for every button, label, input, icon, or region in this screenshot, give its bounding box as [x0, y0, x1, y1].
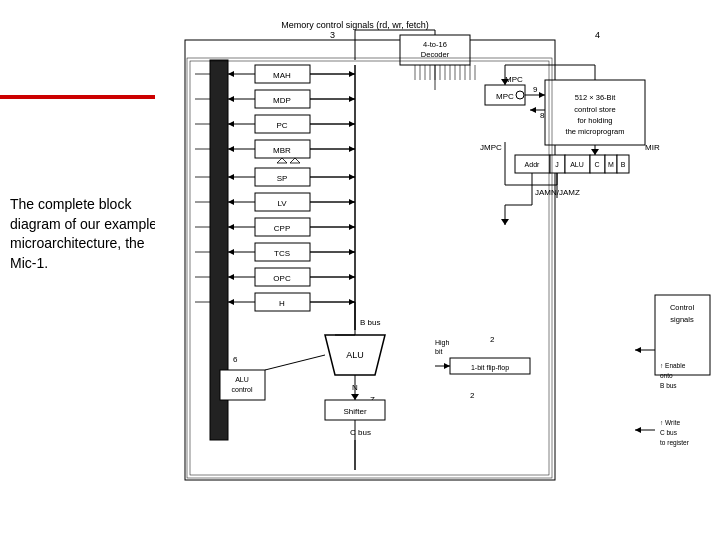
svg-text:H: H	[279, 299, 285, 308]
svg-text:High: High	[435, 339, 450, 347]
svg-text:MIR: MIR	[645, 143, 660, 152]
svg-text:PC: PC	[276, 121, 287, 130]
svg-text:MPC: MPC	[496, 92, 514, 101]
diagram-area: Memory control signals (rd, wr, fetch) 3…	[155, 10, 715, 535]
svg-text:ALU: ALU	[235, 376, 249, 383]
svg-text:JMPC: JMPC	[480, 143, 502, 152]
svg-text:M: M	[608, 161, 614, 168]
svg-text:C: C	[594, 161, 599, 168]
svg-text:8: 8	[540, 111, 545, 120]
svg-text:3: 3	[330, 30, 335, 40]
svg-text:4-to-16: 4-to-16	[423, 40, 447, 49]
svg-text:LV: LV	[277, 199, 287, 208]
svg-text:Shifter: Shifter	[343, 407, 366, 416]
svg-text:J: J	[555, 161, 559, 168]
svg-text:512 × 36-Bit: 512 × 36-Bit	[575, 93, 617, 102]
svg-text:1-bit flip-flop: 1-bit flip-flop	[471, 364, 509, 372]
caption-label: The complete block diagram of our exampl…	[10, 196, 157, 271]
svg-text:ALU: ALU	[570, 161, 584, 168]
svg-text:SP: SP	[277, 174, 288, 183]
svg-text:the microprogram: the microprogram	[566, 127, 625, 136]
svg-text:2: 2	[490, 335, 495, 344]
svg-text:MDP: MDP	[273, 96, 291, 105]
svg-text:Decoder: Decoder	[421, 50, 450, 59]
svg-text:Addr: Addr	[525, 161, 540, 168]
svg-text:onto: onto	[660, 372, 673, 379]
svg-text:Memory control signals (rd, wr: Memory control signals (rd, wr, fetch)	[281, 20, 429, 30]
svg-text:control: control	[231, 386, 252, 393]
svg-text:C bus: C bus	[660, 429, 678, 436]
svg-text:control store: control store	[574, 105, 615, 114]
svg-text:OPC: OPC	[273, 274, 291, 283]
svg-rect-78	[220, 370, 265, 400]
svg-point-95	[516, 91, 524, 99]
svg-text:Control: Control	[670, 303, 695, 312]
svg-text:ALU: ALU	[346, 350, 364, 360]
svg-text:↑ Enable: ↑ Enable	[660, 362, 686, 369]
svg-text:signals: signals	[670, 315, 694, 324]
svg-text:C bus: C bus	[350, 428, 371, 437]
svg-text:MAH: MAH	[273, 71, 291, 80]
svg-text:B bus: B bus	[360, 318, 380, 327]
svg-text:↑ Write: ↑ Write	[660, 419, 680, 426]
caption-text: The complete block diagram of our exampl…	[10, 195, 170, 273]
svg-text:B bus: B bus	[660, 382, 677, 389]
red-divider-line	[0, 95, 160, 99]
svg-text:bit: bit	[435, 348, 442, 355]
svg-text:9: 9	[533, 85, 538, 94]
svg-text:2: 2	[470, 391, 475, 400]
svg-text:B: B	[621, 161, 626, 168]
svg-text:MBR: MBR	[273, 146, 291, 155]
svg-text:CPP: CPP	[274, 224, 290, 233]
svg-text:6: 6	[233, 355, 238, 364]
svg-text:TCS: TCS	[274, 249, 290, 258]
mic1-diagram-svg: Memory control signals (rd, wr, fetch) 3…	[155, 10, 715, 535]
svg-text:to register: to register	[660, 439, 690, 447]
svg-text:for holding: for holding	[577, 116, 612, 125]
svg-text:4: 4	[595, 30, 600, 40]
